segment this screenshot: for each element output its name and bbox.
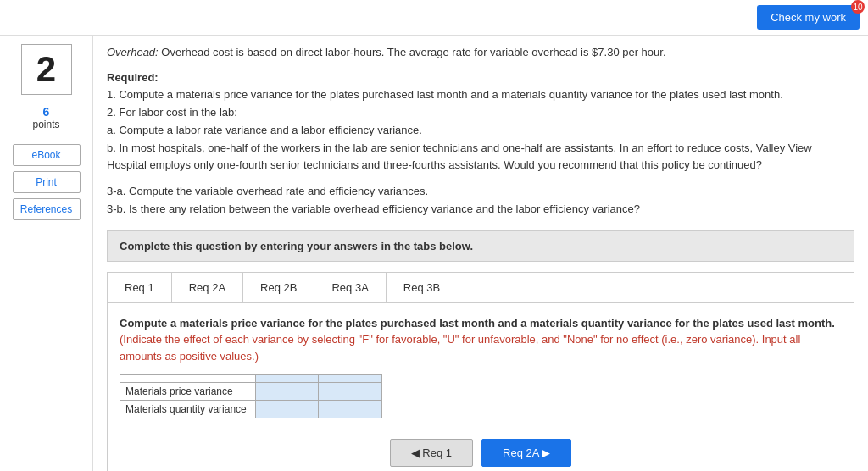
tabs-row: Req 1 Req 2A Req 2B Req 3A Req 3B — [107, 272, 854, 303]
tab-req3a-label: Req 3A — [331, 281, 368, 294]
overhead-prefix: Overhead: — [107, 46, 159, 58]
tab-req2a-label: Req 2A — [189, 281, 225, 294]
table-row: Materials quantity variance — [120, 401, 382, 418]
req2b-text: b. In most hospitals, one-half of the wo… — [107, 140, 854, 175]
materials-quantity-label: Materials quantity variance — [120, 401, 256, 418]
req1-text: 1. Compute a materials price variance fo… — [107, 86, 854, 104]
tab-content: Compute a materials price variance for t… — [107, 303, 854, 471]
content-area: Overhead: Overhead cost is based on dire… — [93, 36, 868, 471]
instruction-main: Compute a materials price variance for t… — [120, 317, 835, 330]
print-button[interactable]: Print — [13, 171, 81, 193]
table-header-val2 — [319, 375, 382, 383]
materials-quantity-field2[interactable] — [324, 403, 376, 415]
required-section: Required: 1. Compute a materials price v… — [107, 69, 854, 175]
tab-req3a[interactable]: Req 3A — [314, 273, 386, 302]
materials-price-field2[interactable] — [324, 385, 376, 397]
question-number-box: 2 — [21, 44, 72, 95]
points-text: points — [32, 119, 59, 130]
req3a-text: 3-a. Compute the variable overhead rate … — [107, 183, 854, 201]
materials-quantity-input2[interactable] — [319, 401, 382, 418]
badge-count: 10 — [851, 0, 865, 14]
tab-req2a[interactable]: Req 2A — [172, 273, 243, 302]
main-layout: 2 6 points eBook Print References Overhe… — [0, 36, 868, 471]
materials-price-label: Materials price variance — [120, 383, 256, 401]
question-text: 3-a. Compute the variable overhead rate … — [107, 183, 854, 219]
tab-req2b-label: Req 2B — [260, 281, 297, 294]
materials-price-input1[interactable] — [255, 383, 319, 401]
table-header-label — [120, 375, 256, 383]
top-bar: Check my work 10 — [0, 0, 868, 36]
req2-label: 2. For labor cost in the lab: — [107, 104, 854, 122]
instruction-text: Compute a materials price variance for t… — [120, 315, 842, 365]
materials-price-field1[interactable] — [261, 385, 314, 397]
prev-button[interactable]: ◀ Req 1 — [390, 439, 473, 467]
check-my-work-label: Check my work — [771, 11, 846, 24]
ebook-button[interactable]: eBook — [13, 144, 81, 166]
variance-table: Materials price variance Materials quant… — [120, 374, 382, 418]
materials-quantity-field1[interactable] — [261, 403, 314, 415]
question-number: 2 — [36, 49, 56, 90]
complete-box: Complete this question by entering your … — [107, 230, 854, 262]
req3b-text: 3-b. Is there any relation between the v… — [107, 201, 854, 219]
overhead-body: Overhead cost is based on direct labor-h… — [159, 46, 666, 58]
next-button[interactable]: Req 2A ▶ — [481, 439, 571, 467]
tab-req2b[interactable]: Req 2B — [243, 273, 314, 302]
points-label: 6 points — [32, 105, 59, 130]
materials-price-input2[interactable] — [319, 383, 382, 401]
table-row: Materials price variance — [120, 383, 382, 401]
required-label: Required: — [107, 71, 159, 84]
tab-req1[interactable]: Req 1 — [108, 273, 172, 302]
nav-buttons: ◀ Req 1 Req 2A ▶ — [120, 432, 842, 471]
tab-req3b[interactable]: Req 3B — [387, 273, 457, 302]
sidebar: 2 6 points eBook Print References — [0, 36, 93, 471]
instruction-orange: (Indicate the effect of each variance by… — [120, 333, 800, 363]
overhead-text: Overhead: Overhead cost is based on dire… — [107, 44, 854, 61]
check-my-work-button[interactable]: Check my work 10 — [757, 5, 860, 30]
tab-req1-label: Req 1 — [125, 281, 154, 294]
references-button[interactable]: References — [13, 198, 81, 220]
table-header-val1 — [255, 375, 319, 383]
complete-box-text: Complete this question by entering your … — [120, 240, 473, 252]
points-value: 6 — [43, 105, 50, 119]
req2a-text: a. Compute a labor rate variance and a l… — [107, 122, 854, 140]
materials-quantity-input1[interactable] — [255, 401, 319, 418]
tab-req3b-label: Req 3B — [403, 281, 440, 294]
